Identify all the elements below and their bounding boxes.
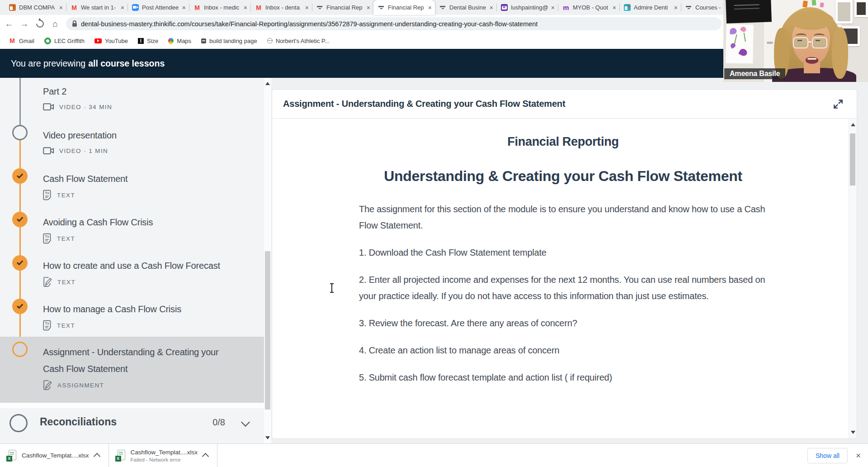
- frame-photo: [838, 2, 850, 21]
- lesson-meta: VIDEO · 34 MIN: [43, 102, 264, 111]
- browser-tab[interactable]: Post Attendee×: [127, 0, 189, 15]
- sidebar-scrollbar[interactable]: [264, 78, 271, 443]
- content-paragraph: 2. Enter all projected income and expens…: [359, 272, 767, 304]
- tab-close-icon[interactable]: ×: [428, 5, 432, 11]
- download-status: Failed - Network error: [131, 457, 198, 462]
- browser-tab[interactable]: MWe start in 1-×: [66, 0, 127, 15]
- tab-close-icon[interactable]: ×: [305, 5, 309, 11]
- sidebar-lesson-item[interactable]: How to manage a Cash Flow CrisisTxTEXT: [0, 294, 264, 337]
- lesson-card-header: Assignment - Understanding & Creating yo…: [272, 90, 857, 119]
- content-paragraph: 3. Review the forecast. Are there any ar…: [359, 315, 767, 331]
- glasses-lens: [793, 37, 808, 48]
- bookmark-item[interactable]: LEC Griffith: [40, 36, 89, 46]
- paragraph-list: The assignment for this section of the m…: [359, 201, 767, 386]
- scroll-down-icon[interactable]: [265, 436, 270, 439]
- home-button[interactable]: ⌂: [49, 18, 61, 30]
- lesson-type-label: ASSIGNMENT: [57, 382, 104, 389]
- browser-tab[interactable]: Admire Denti×: [619, 0, 681, 15]
- content-scrollbar[interactable]: [849, 119, 857, 438]
- lesson-meta: TxTEXT: [43, 233, 264, 244]
- download-item[interactable]: XCashflow_Templat....xlsx: [0, 444, 109, 467]
- bookmark-item[interactable]: Norbert's Athletic P...: [263, 36, 334, 46]
- tab-close-icon[interactable]: ×: [121, 5, 124, 11]
- scroll-up-icon[interactable]: [851, 123, 855, 126]
- tab-close-icon[interactable]: ×: [674, 5, 678, 11]
- bookmark-item[interactable]: build landing page: [197, 36, 261, 46]
- tab-close-icon[interactable]: ×: [244, 5, 247, 11]
- browser-tab[interactable]: Dental Busine×: [435, 0, 496, 15]
- scroll-up-icon[interactable]: [265, 82, 270, 85]
- thinkific-course-icon: [378, 4, 385, 11]
- address-bar[interactable]: dental-business-mastery.thinkific.com/co…: [66, 17, 722, 30]
- browser-tab[interactable]: Financial Rep×: [373, 0, 435, 15]
- bookmark-item[interactable]: ISize: [134, 36, 162, 46]
- mail-icon: [501, 4, 508, 11]
- lesson-title: Video presentation: [43, 127, 246, 144]
- tab-close-icon[interactable]: ×: [551, 5, 555, 11]
- content-paragraph: The assignment for this section of the m…: [359, 201, 767, 234]
- drawing-stem: [734, 34, 737, 44]
- reload-icon: [34, 18, 45, 29]
- dbm-favicon: [9, 4, 16, 11]
- tab-close-icon[interactable]: ×: [613, 5, 616, 11]
- bookmark-item[interactable]: YouTube: [90, 36, 132, 46]
- tab-close-icon[interactable]: ×: [182, 5, 186, 11]
- glasses-lens: [812, 37, 827, 48]
- expand-icon[interactable]: [832, 98, 844, 110]
- webcam-door-handle: [767, 42, 773, 44]
- lesson-complete-icon: [12, 255, 28, 271]
- scrollbar-thumb[interactable]: [850, 133, 855, 186]
- section-status-circle: [9, 414, 28, 432]
- lesson-card: Assignment - Understanding & Creating yo…: [272, 89, 857, 439]
- svg-text:Tx: Tx: [45, 191, 50, 195]
- glasses-bridge: [808, 41, 811, 43]
- drawing-flower: [730, 43, 736, 49]
- section-title: Reconciliations: [40, 416, 117, 428]
- forward-button[interactable]: →: [18, 18, 31, 30]
- gmail-icon: M: [255, 4, 262, 11]
- sticky-note: [811, 0, 816, 5]
- back-button[interactable]: ←: [3, 18, 15, 30]
- lesson-title: Cash Flow Statement: [43, 171, 246, 187]
- sidebar-lesson-item[interactable]: Part 2VIDEO · 34 MIN: [0, 78, 264, 119]
- zoom-icon: [132, 4, 139, 11]
- browser-tab[interactable]: lushpainting@×: [496, 0, 558, 15]
- lesson-meta: ASSIGNMENT: [43, 380, 264, 391]
- browser-tab[interactable]: DBM COMPA×: [5, 0, 66, 15]
- sidebar-section-reconciliations[interactable]: Reconciliations 0/8: [0, 408, 264, 443]
- scrollbar-thumb[interactable]: [265, 251, 270, 410]
- tab-close-icon[interactable]: ×: [490, 5, 493, 11]
- content-paragraph: 1. Download the Cash Flow Statement temp…: [359, 244, 767, 261]
- close-downloads-icon[interactable]: ×: [856, 451, 861, 461]
- sticky-note: [802, 0, 808, 7]
- chevron-up-icon[interactable]: [202, 453, 209, 460]
- scroll-down-icon[interactable]: [851, 431, 855, 434]
- sidebar-lesson-item[interactable]: Assignment - Understanding & Creating yo…: [0, 337, 264, 403]
- tab-close-icon[interactable]: ×: [367, 5, 370, 11]
- chevron-up-icon[interactable]: [93, 453, 100, 460]
- tab-close-icon[interactable]: ×: [59, 5, 63, 11]
- browser-tab[interactable]: mMYOB - Quot×: [558, 0, 619, 15]
- sidebar-lesson-item[interactable]: Avoiding a Cash Flow CrisisTxTEXT: [0, 207, 264, 250]
- download-item[interactable]: XCashflow_Templat....xlsxFailed - Networ…: [109, 444, 218, 467]
- bookmark-item[interactable]: Maps: [164, 36, 195, 46]
- assignment-doc-icon: [43, 380, 52, 391]
- padlock-icon: [72, 23, 77, 27]
- reload-button[interactable]: [33, 18, 46, 30]
- sidebar-lesson-item[interactable]: Cash Flow StatementTxTEXT: [0, 163, 264, 207]
- bookmark-item[interactable]: MGmail: [5, 35, 38, 46]
- url-text: dental-business-mastery.thinkific.com/co…: [81, 20, 538, 28]
- show-all-button[interactable]: Show all: [807, 448, 848, 463]
- tab-title: lushpainting@: [511, 4, 548, 11]
- person-hair-lock: [832, 27, 848, 79]
- sidebar-lesson-item[interactable]: How to create and use a Cash Flow Foreca…: [0, 250, 264, 294]
- browser-tab[interactable]: Financial Rep×: [312, 0, 373, 15]
- chevron-down-icon[interactable]: [241, 418, 250, 427]
- browser-tab[interactable]: MInbox - denta×: [250, 0, 312, 15]
- lesson-type-label: TEXT: [57, 235, 75, 242]
- lesson-title: Part 2: [43, 83, 246, 100]
- browser-tab[interactable]: MInbox - medic×: [189, 0, 250, 15]
- tab-title: Dental Busine: [449, 4, 486, 11]
- section-divider: [0, 403, 264, 408]
- sidebar-lesson-item[interactable]: Video presentationVIDEO · 1 MIN: [0, 120, 264, 163]
